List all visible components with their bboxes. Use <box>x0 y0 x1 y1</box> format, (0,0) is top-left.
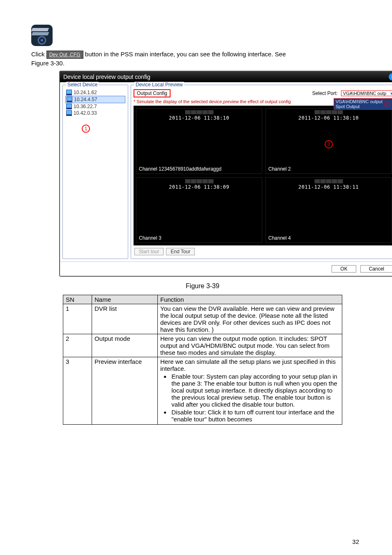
device-item[interactable]: 10.36.22.7 <box>65 103 125 110</box>
preview-timestamp: 2011-12-06 11:38:10 <box>136 115 262 121</box>
annotation-1: 1 <box>82 125 90 133</box>
description-table: SN Name Function 1 DVR list You can view… <box>63 295 342 425</box>
dvr-list[interactable]: 10.24.1.62 10.24.4.57 10.36.22.7 10.42.0… <box>65 89 125 116</box>
device-ip: 10.42.0.33 <box>74 110 97 116</box>
cell-func: Here we can simulate all the setup plans… <box>158 357 342 425</box>
bullet-disable-tour: Disable tour: Click it to turn off curre… <box>171 409 339 423</box>
preview-channel-label: Channel 3 <box>139 235 161 241</box>
preview-cell-2[interactable]: 2011-12-06 11:38:10 3 Channel 2 <box>265 108 392 174</box>
svg-rect-2 <box>32 32 49 35</box>
annotation-3: 3 <box>325 140 333 148</box>
select-device-group: Select Device 10.24.1.62 10.24.4.57 10.3… <box>62 85 128 259</box>
cell-name: Output mode <box>92 334 158 357</box>
device-icon <box>67 97 72 102</box>
device-local-preview-dialog: Device local preview output config ✕ Sel… <box>59 71 392 277</box>
grid-indicator-icon <box>185 110 213 114</box>
end-tour-button[interactable]: End Tour <box>166 248 195 255</box>
port-popup[interactable]: VGA\HDMI\BNC output Spot Output 2 <box>334 98 392 110</box>
device-item[interactable]: 10.24.4.57 <box>65 96 125 103</box>
preview-timestamp: 2011-12-06 11:38:09 <box>136 184 262 190</box>
select-port-label: Select Port: <box>312 90 338 96</box>
device-ip: 10.24.4.57 <box>74 97 97 102</box>
svg-rect-1 <box>31 28 49 31</box>
preview-cell-3[interactable]: 2011-12-06 11:38:09 Channel 3 <box>136 177 262 243</box>
cell-sn: 3 <box>63 357 92 425</box>
port-option-2[interactable]: Spot Output <box>336 104 383 109</box>
preview-timestamp: 2011-12-06 11:38:11 <box>266 184 391 190</box>
preview-timestamp: 2011-12-06 11:38:10 <box>266 115 391 121</box>
start-tour-button[interactable]: Start tour <box>134 248 164 255</box>
select-device-legend: Select Device <box>66 82 99 88</box>
device-ip: 10.36.22.7 <box>74 104 97 109</box>
preview-channel-label: Channel 12345678910addfdafwraggd <box>139 166 221 172</box>
ok-button[interactable]: OK <box>332 265 356 273</box>
cell-name: Preview interface <box>92 357 158 425</box>
table-row: 3 Preview interface Here we can simulate… <box>63 357 342 425</box>
svg-point-4 <box>41 39 43 42</box>
preview-channel-label: Channel 4 <box>268 235 291 241</box>
annotation-2: 2 <box>384 101 390 107</box>
select-port-dropdown[interactable]: VGA\HDMI\BNC outp <box>341 90 392 96</box>
dialog-titlebar: Device local preview output config ✕ <box>60 72 392 82</box>
device-icon <box>66 104 72 109</box>
device-item[interactable]: 10.24.1.62 <box>65 89 125 96</box>
figure-caption: Figure 3-39 <box>30 282 376 290</box>
dialog-title-text: Device local preview output config <box>63 74 150 80</box>
local-preview-legend: Device Local Preview <box>134 82 184 88</box>
preview-cell-1[interactable]: 2011-12-06 11:38:10 Channel 12345678910a… <box>136 108 262 174</box>
cell-sn: 1 <box>63 304 92 334</box>
grid-indicator-icon <box>314 179 343 183</box>
cell-func: You can view the DVR available. Here we … <box>158 304 342 334</box>
preview-cell-4[interactable]: 2011-12-06 11:38:11 Channel 4 <box>265 177 392 243</box>
preview-grid: 2011-12-06 11:38:10 Channel 12345678910a… <box>134 106 392 245</box>
table-row: 2 Output mode Here you can view the outp… <box>63 334 342 357</box>
dev-out-cfg-button-image: Dev Out .CFG <box>46 51 83 59</box>
table-row: 1 DVR list You can view the DVR availabl… <box>63 304 342 334</box>
func-intro: Here we can simulate all the setup plans… <box>160 358 339 372</box>
port-option-1[interactable]: VGA\HDMI\BNC output <box>336 99 383 104</box>
intro-line-1: Click Dev Out .CFG button in the PSS mai… <box>31 50 376 59</box>
cell-sn: 2 <box>63 334 92 357</box>
cancel-button[interactable]: Cancel <box>360 265 392 273</box>
page-number: 32 <box>352 538 359 545</box>
table-header-name: Name <box>92 295 158 304</box>
output-config-button[interactable]: Output Config <box>134 89 171 97</box>
grid-indicator-icon <box>185 179 213 183</box>
device-icon <box>66 90 72 95</box>
device-item[interactable]: 10.42.0.33 <box>65 110 125 116</box>
device-local-preview-group: Device Local Preview Output Config Selec… <box>131 85 392 259</box>
bullet-enable-tour: Enable tour: System can play according t… <box>171 373 339 408</box>
text-after-btn: button in the PSS main interface, you ca… <box>85 51 286 58</box>
grid-indicator-icon <box>314 110 343 114</box>
text-click: Click <box>31 51 46 58</box>
preview-channel-label: Channel 2 <box>268 166 291 172</box>
app-logo-icon <box>31 25 376 47</box>
device-icon <box>66 110 72 116</box>
cell-func: Here you can view the output mode option… <box>158 334 342 357</box>
cell-name: DVR list <box>92 304 158 334</box>
table-header-function: Function <box>158 295 342 304</box>
table-header-sn: SN <box>63 295 92 304</box>
close-icon[interactable]: ✕ <box>389 73 392 81</box>
intro-line-2: Figure 3-30. <box>31 60 376 67</box>
device-ip: 10.24.1.62 <box>74 90 97 95</box>
